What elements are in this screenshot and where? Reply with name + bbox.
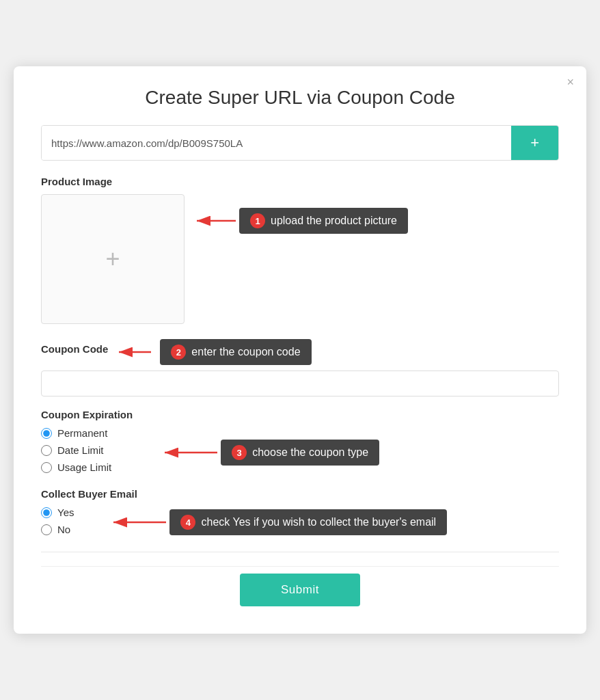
arrow-4-icon — [108, 513, 169, 531]
collect-no-label[interactable]: No — [41, 524, 74, 535]
url-input[interactable] — [42, 126, 511, 160]
arrow-2-icon — [113, 343, 154, 361]
expiry-usagelimit-radio[interactable] — [41, 462, 52, 473]
product-image-label: Product Image — [41, 176, 559, 187]
collect-email-section: Collect Buyer Email Yes No — [41, 488, 559, 535]
modal-title: Create Super URL via Coupon Code — [41, 87, 559, 109]
tooltip-3-text: choose the coupon type — [252, 446, 368, 459]
collect-yes-text: Yes — [57, 507, 74, 518]
plus-icon: + — [530, 134, 539, 152]
image-upload-box[interactable]: + — [41, 194, 185, 324]
submit-row: Submit — [41, 566, 559, 606]
step-1-badge: 1 — [250, 213, 265, 228]
submit-button[interactable]: Submit — [240, 574, 360, 606]
collect-no-text: No — [57, 524, 70, 535]
collect-yes-radio[interactable] — [41, 507, 52, 518]
step-2-badge: 2 — [171, 345, 186, 360]
collect-email-label: Collect Buyer Email — [41, 488, 559, 500]
step-4-badge: 4 — [180, 515, 195, 530]
expiry-options: Permanent Date Limit Usage Limit — [41, 427, 111, 473]
coupon-code-label-row: Coupon Code 2 enter the coupon code — [41, 339, 559, 365]
tooltip-1-text: upload the product picture — [271, 215, 397, 227]
tooltip-4-bubble: 4 check Yes if you wish to collect the b… — [169, 509, 447, 535]
tooltip-4-text: check Yes if you wish to collect the buy… — [201, 516, 436, 528]
url-row: + — [41, 125, 559, 161]
coupon-expiration-section: Coupon Expiration Permanent Date Limit U… — [41, 409, 559, 473]
step-3-badge: 3 — [232, 445, 247, 460]
expiry-permanent-label[interactable]: Permanent — [41, 427, 111, 439]
coupon-expiration-label: Coupon Expiration — [41, 409, 559, 420]
divider — [41, 552, 559, 552]
collect-yes-label[interactable]: Yes — [41, 507, 74, 518]
expiry-usagelimit-label[interactable]: Usage Limit — [41, 461, 111, 473]
tooltip-2-bubble: 2 enter the coupon code — [160, 339, 311, 365]
arrow-3-icon — [159, 444, 221, 461]
collect-options: Yes No — [41, 507, 74, 535]
expiry-permanent-text: Permanent — [57, 427, 107, 439]
tooltip-2-text: enter the coupon code — [191, 346, 300, 358]
product-image-section: + 1 upload the product picture — [41, 194, 559, 324]
close-button[interactable]: × — [567, 76, 574, 88]
coupon-code-section: Coupon Code 2 enter the coupon code — [41, 339, 559, 396]
coupon-code-input[interactable] — [41, 371, 559, 396]
expiry-usagelimit-text: Usage Limit — [57, 461, 111, 473]
expiry-datelimit-label[interactable]: Date Limit — [41, 444, 111, 456]
tooltip-1-container: 1 upload the product picture — [191, 208, 408, 234]
tooltip-1-bubble: 1 upload the product picture — [239, 208, 408, 234]
image-upload-plus-icon: + — [105, 245, 120, 273]
modal-container: × Create Super URL via Coupon Code + Pro… — [14, 66, 586, 634]
expiry-and-tooltip: Permanent Date Limit Usage Limit — [41, 427, 559, 473]
collect-email-and-tooltip: Yes No 4 — [41, 507, 559, 535]
expiry-permanent-radio[interactable] — [41, 428, 52, 439]
collect-no-radio[interactable] — [41, 524, 52, 535]
coupon-code-label: Coupon Code — [41, 343, 108, 355]
add-url-button[interactable]: + — [511, 126, 558, 160]
expiry-datelimit-radio[interactable] — [41, 445, 52, 456]
arrow-1-icon — [191, 211, 239, 231]
tooltip-3-bubble: 3 choose the coupon type — [221, 440, 379, 466]
expiry-datelimit-text: Date Limit — [57, 444, 104, 456]
